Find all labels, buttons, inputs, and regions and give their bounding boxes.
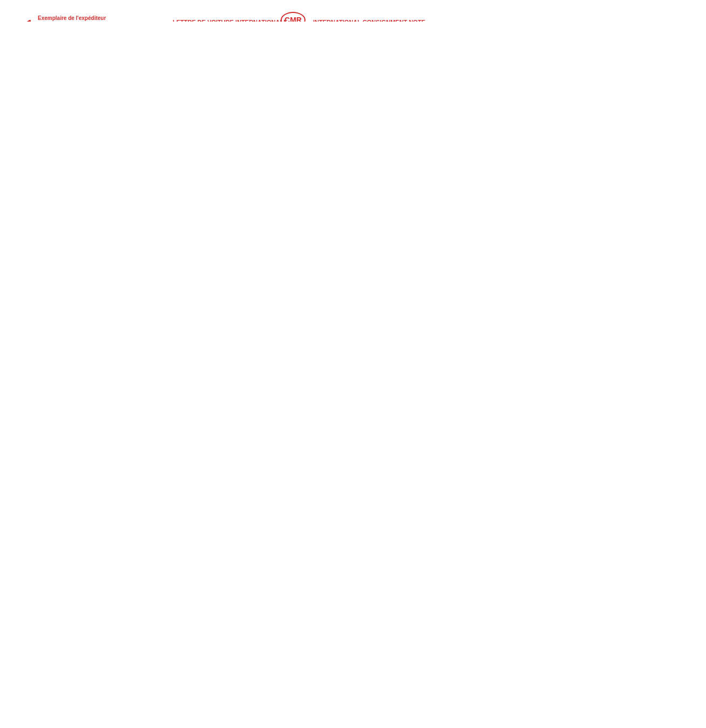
cmr-badge: CMR — [281, 12, 306, 22]
title-fr: LETTRE DE VOITURE INTERNATIONALE — [173, 19, 287, 22]
copy-number: 1 — [25, 16, 35, 22]
title-en: INTERNATIONAL CONSIGNMENT NOTE — [313, 19, 425, 22]
copy-label: Exemplaire de l'expéditeur Copy for send… — [38, 15, 106, 22]
